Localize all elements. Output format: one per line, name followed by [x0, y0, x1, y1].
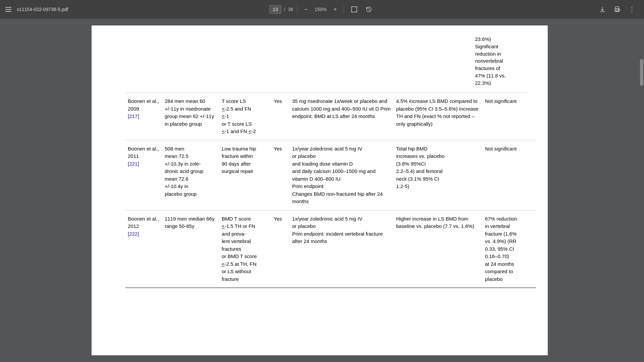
- cell-n-2: 508 men mean 72.5 +/-10.3y in zole- dron…: [162, 140, 219, 210]
- cell-rct-1: Yes: [271, 93, 289, 140]
- zoom-in-button[interactable]: +: [331, 5, 340, 14]
- toolbar: s11154-022-09738-5.pdf / 36 − 150% +: [0, 0, 644, 19]
- svg-rect-0: [351, 7, 357, 12]
- cell-author-3: Boonen et al., 2012 [222]: [125, 210, 162, 288]
- page-total: 36: [288, 7, 293, 12]
- pdf-page: 23.6%) Significant reduction in nonverte…: [92, 25, 548, 355]
- cell-n-3: 1119 men median 66y range 50-85y: [162, 210, 219, 288]
- scrollbar[interactable]: [639, 19, 644, 362]
- cell-n-1: 284 men mean 60 +/-11y in risedronate gr…: [162, 93, 219, 140]
- cell-rct-2: Yes: [271, 140, 289, 210]
- cell-effect-1: Not significant: [482, 93, 536, 140]
- page-separator: /: [284, 7, 285, 12]
- download-button[interactable]: [596, 5, 608, 14]
- ref-link-1[interactable]: [217]: [128, 113, 139, 119]
- divider-2: [343, 5, 344, 13]
- more-options-button[interactable]: ⋮: [626, 4, 639, 15]
- page-number-input[interactable]: [269, 5, 281, 14]
- cell-primary-3: Higher increase in LS BMD from baseline …: [393, 210, 482, 288]
- cell-intervention-3: 1x/year zoledronic acid 5 mg IV or place…: [289, 210, 393, 288]
- table-row: Boonen et al., 2009 [217] 284 men mean 6…: [125, 93, 536, 140]
- ref-link-3[interactable]: [222]: [128, 231, 139, 237]
- cell-inclusion-3: BMD T score <-1.5 TH or FN and preva- le…: [219, 210, 271, 288]
- pdf-area: 23.6%) Significant reduction in nonverte…: [0, 19, 639, 362]
- table-row: Boonen et al., 2012 [222] 1119 men media…: [125, 210, 536, 288]
- table-content: 23.6%) Significant reduction in nonverte…: [125, 36, 528, 288]
- cell-rct-3: Yes: [271, 210, 289, 288]
- svg-rect-4: [616, 10, 619, 12]
- zoom-out-button[interactable]: −: [302, 5, 311, 14]
- cell-primary-2: Total hip BMD increases vs. placebo (3.8…: [393, 140, 482, 210]
- cell-author-1: Boonen et al., 2009 [217]: [125, 93, 162, 140]
- svg-rect-2: [615, 7, 619, 9]
- cell-primary-1: 4.5% increase LS BMD compared to placebo…: [393, 93, 482, 140]
- cell-intervention-2: 1x/year zoledronic acid 5 mg IV or place…: [289, 140, 393, 210]
- svg-point-5: [619, 9, 619, 10]
- data-table: Boonen et al., 2009 [217] 284 men mean 6…: [125, 93, 536, 288]
- table-row: Boonen et al., 2011 [221] 508 men mean 7…: [125, 140, 536, 210]
- zoom-value: 150%: [313, 7, 328, 12]
- fit-page-button[interactable]: [348, 5, 360, 14]
- divider-1: [297, 5, 298, 13]
- main-content: 23.6%) Significant reduction in nonverte…: [0, 19, 644, 362]
- continuation-text: 23.6%) Significant reduction in nonverte…: [475, 36, 528, 86]
- cell-effect-2: Not significant: [482, 140, 536, 210]
- cell-effect-3: 67% reduction in vertebral fracture (1.6…: [482, 210, 536, 288]
- ref-link-2[interactable]: [221]: [128, 161, 139, 167]
- toolbar-right: ⋮: [596, 4, 639, 15]
- cell-inclusion-1: T score LS <-2.5 and FN <-1 or T score L…: [219, 93, 271, 140]
- scrollbar-thumb[interactable]: [640, 59, 643, 86]
- toolbar-center: / 36 − 150% +: [269, 5, 375, 14]
- history-button[interactable]: [363, 5, 375, 14]
- cell-inclusion-2: Low trauma hip fracture within 90 days a…: [219, 140, 271, 210]
- menu-icon[interactable]: [5, 7, 11, 12]
- print-button[interactable]: [611, 5, 623, 14]
- cell-author-2: Boonen et al., 2011 [221]: [125, 140, 162, 210]
- cell-intervention-1: 35 mg risedronate 1x/week or placebo and…: [289, 93, 393, 140]
